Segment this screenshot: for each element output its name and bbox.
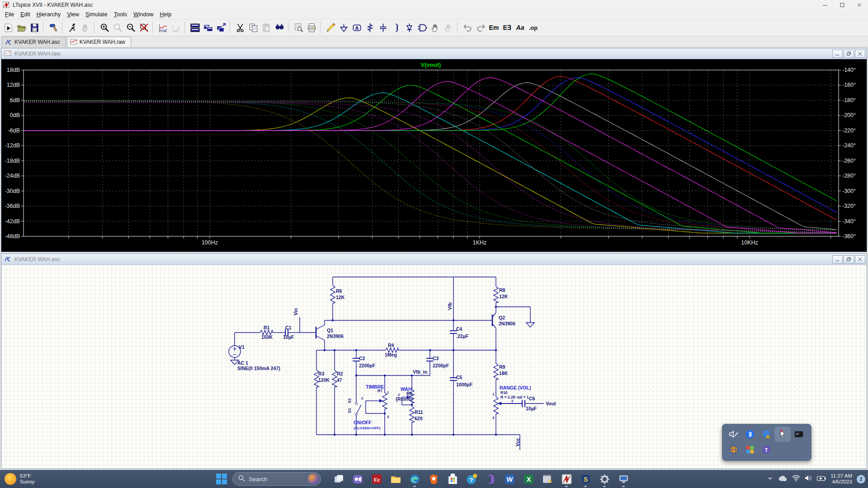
- halt-button[interactable]: [79, 21, 92, 34]
- zoom-in-button[interactable]: [98, 21, 111, 34]
- tile-windows-button[interactable]: [189, 21, 202, 34]
- zoom-back-button[interactable]: [111, 21, 124, 34]
- zoom-full-extents-button[interactable]: [137, 21, 151, 34]
- cascade-windows-button[interactable]: [202, 21, 215, 34]
- undo-button[interactable]: [461, 21, 474, 34]
- tab-schematic[interactable]: KVAKER WAH.asc: [2, 37, 66, 47]
- zoom-out-button[interactable]: [124, 21, 137, 34]
- autorange-y-axis-button[interactable]: [156, 21, 170, 34]
- settings-gear-taskbar-icon[interactable]: [595, 470, 614, 488]
- bluetooth-tray-icon[interactable]: [742, 427, 758, 442]
- filezilla-taskbar-icon[interactable]: Fz: [367, 470, 386, 488]
- waveform-plot[interactable]: 18dB12dB6dB0dB-6dB-12dB-18dB-24dB-30dB-3…: [1, 59, 867, 252]
- app-colors-tray-icon[interactable]: [742, 442, 758, 457]
- run-simulation-button[interactable]: [66, 21, 79, 34]
- microsoft-store-taskbar-icon[interactable]: [443, 470, 462, 488]
- brave-taskbar-icon[interactable]: [424, 470, 443, 488]
- child-close-button[interactable]: [855, 50, 865, 58]
- menu-view[interactable]: View: [64, 10, 82, 19]
- schematic-window-titlebar[interactable]: KVAKER WAH.asc: [1, 254, 867, 265]
- notification-badge[interactable]: 2: [857, 475, 865, 483]
- close-button[interactable]: [851, 0, 868, 10]
- teams-tray-icon[interactable]: T: [758, 442, 774, 457]
- text-button[interactable]: Aa: [514, 21, 527, 34]
- resistor-button[interactable]: [363, 21, 377, 34]
- tray-chevron-icon[interactable]: [767, 475, 773, 483]
- menu-file[interactable]: File: [2, 10, 17, 19]
- wire-button[interactable]: [324, 21, 337, 34]
- menu-tools[interactable]: Tools: [111, 10, 130, 19]
- file-explorer-taskbar-icon[interactable]: [386, 470, 405, 488]
- start-button[interactable]: [216, 474, 227, 484]
- search-input[interactable]: Search: [232, 472, 321, 486]
- search-daily-image[interactable]: [308, 474, 319, 484]
- onedrive-icon[interactable]: [778, 475, 788, 483]
- mirror-button[interactable]: E∃: [500, 21, 514, 34]
- security-warning-icon: !: [761, 429, 771, 439]
- menu-help[interactable]: Help: [156, 10, 175, 19]
- pointer-device-tray-icon[interactable]: [774, 427, 791, 442]
- child-close-button[interactable]: [855, 255, 865, 263]
- location-globe-tray-icon[interactable]: [726, 442, 742, 457]
- schematic-label: R6: [336, 288, 342, 294]
- quiz-help-taskbar-icon[interactable]: ?: [462, 470, 481, 488]
- minimize-button[interactable]: [816, 0, 834, 10]
- maximize-button[interactable]: [834, 0, 851, 10]
- print-button[interactable]: [305, 21, 318, 34]
- weather-widget[interactable]: 53°F Sunny: [5, 473, 35, 485]
- wifi-icon[interactable]: [792, 475, 800, 483]
- spice-directive-button[interactable]: .op: [527, 21, 540, 34]
- chat-taskbar-icon[interactable]: [348, 470, 367, 488]
- copy-button[interactable]: [247, 21, 260, 34]
- redo-button[interactable]: [474, 21, 487, 34]
- capacitor-button[interactable]: [377, 21, 390, 34]
- excel-taskbar-icon[interactable]: X: [519, 470, 538, 488]
- child-minimize-button[interactable]: [832, 50, 843, 58]
- waveform-plot-area[interactable]: 18dB12dB6dB0dB-6dB-12dB-18dB-24dB-30dB-3…: [1, 59, 867, 252]
- arrange-windows-button[interactable]: [215, 21, 228, 34]
- find-button[interactable]: [273, 21, 286, 34]
- menu-window[interactable]: Window: [130, 10, 156, 19]
- print-preview-button[interactable]: [292, 21, 305, 34]
- chat-icon: [352, 474, 363, 485]
- plot-title[interactable]: V(vout): [421, 61, 441, 68]
- paste-button[interactable]: [260, 21, 273, 34]
- sandboxie-taskbar-icon[interactable]: S: [576, 470, 595, 488]
- save-button[interactable]: [28, 21, 41, 34]
- child-restore-button[interactable]: [844, 50, 854, 58]
- child-minimize-button[interactable]: [832, 255, 843, 263]
- tab-waveform[interactable]: KVAKER WAH.raw: [67, 37, 131, 47]
- remote-desktop-taskbar-icon[interactable]: [614, 470, 633, 488]
- battery-icon[interactable]: [817, 475, 826, 483]
- diode-button[interactable]: [403, 21, 416, 34]
- display-device-tray-icon[interactable]: [791, 427, 807, 442]
- run-button[interactable]: [2, 21, 15, 34]
- move-button[interactable]: [429, 21, 442, 34]
- word-taskbar-icon[interactable]: W: [500, 470, 519, 488]
- volume-pen-tray-icon[interactable]: [726, 427, 742, 442]
- menu-simulate[interactable]: Simulate: [82, 10, 111, 19]
- menu-hierarchy[interactable]: Hierarchy: [33, 10, 64, 19]
- cut-button[interactable]: [234, 21, 247, 34]
- clock[interactable]: 11:27 AM 4/6/2023: [830, 473, 852, 485]
- drag-button[interactable]: [442, 21, 455, 34]
- task-view-taskbar-icon[interactable]: [329, 470, 348, 488]
- volume-icon[interactable]: [805, 475, 812, 483]
- menu-edit[interactable]: Edit: [17, 10, 33, 19]
- ltspice-taskbar-icon[interactable]: [557, 470, 576, 488]
- child-restore-button[interactable]: [844, 255, 854, 263]
- rotate-button[interactable]: Em: [487, 21, 500, 34]
- open-button[interactable]: [15, 21, 28, 34]
- edge-taskbar-icon[interactable]: [405, 470, 424, 488]
- microsoft-365-taskbar-icon[interactable]: [481, 470, 500, 488]
- ground-button[interactable]: [337, 21, 350, 34]
- component-button[interactable]: [416, 21, 429, 34]
- plot-settings-button[interactable]: [170, 21, 183, 34]
- schematic-label: 10µF: [283, 334, 294, 340]
- waveform-window-titlebar[interactable]: KVAKER WAH.raw: [1, 48, 867, 59]
- media-player-taskbar-icon[interactable]: [538, 470, 557, 488]
- security-warning-tray-icon[interactable]: !: [758, 427, 774, 442]
- inductor-button[interactable]: [390, 21, 403, 34]
- net-label-button[interactable]: A: [350, 21, 363, 34]
- control-panel-button[interactable]: [47, 21, 60, 34]
